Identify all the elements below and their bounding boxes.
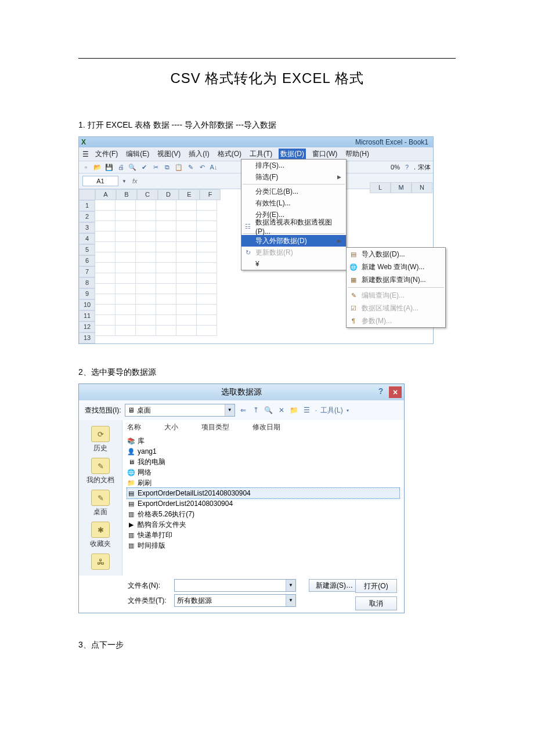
zoom-value[interactable]: 0%: [391, 164, 400, 171]
filetype-combo[interactable]: 所有数据源 ▼: [174, 594, 296, 607]
cell[interactable]: [176, 263, 197, 273]
paste-icon[interactable]: 📋: [174, 162, 183, 172]
row-header[interactable]: 9: [79, 288, 95, 299]
menu-item[interactable]: 排序(S)...: [241, 160, 346, 171]
cancel-button[interactable]: 取消: [355, 596, 397, 610]
preview-icon[interactable]: 🔍: [128, 162, 137, 172]
cell[interactable]: [136, 263, 156, 273]
column-header[interactable]: M: [391, 182, 412, 193]
row-header[interactable]: 12: [79, 321, 95, 332]
menu-item[interactable]: 导入外部数据(D)▶: [241, 235, 346, 247]
cell[interactable]: [176, 273, 197, 284]
file-item[interactable]: ▥时间排版: [127, 540, 399, 551]
cell[interactable]: [95, 315, 116, 325]
column-header[interactable]: 修改日期: [252, 422, 280, 432]
up-icon[interactable]: ⤒: [251, 406, 261, 414]
cell[interactable]: [156, 263, 176, 273]
row-header[interactable]: 8: [79, 277, 95, 288]
tools-menu[interactable]: 工具(L): [320, 406, 343, 415]
menu-item[interactable]: 筛选(F)▶: [241, 171, 346, 183]
file-item[interactable]: ▥价格表5.26执行(7): [127, 509, 399, 519]
cell[interactable]: [116, 211, 136, 221]
namebox-dropdown-icon[interactable]: ▼: [122, 179, 127, 184]
submenu-item[interactable]: 🌐新建 Web 查询(W)...: [347, 261, 445, 273]
print-icon[interactable]: 🖨: [116, 162, 125, 172]
file-item[interactable]: 📁刷刷: [127, 478, 399, 488]
cell[interactable]: [156, 211, 176, 221]
cell[interactable]: [116, 231, 136, 242]
cell[interactable]: [136, 325, 156, 336]
cell[interactable]: [95, 200, 116, 211]
row-header[interactable]: 6: [79, 255, 95, 266]
copy-icon[interactable]: ⧉: [163, 162, 172, 172]
new-source-button[interactable]: 新建源(S)…: [309, 579, 360, 592]
cell[interactable]: [197, 231, 217, 242]
row-header[interactable]: 13: [79, 332, 95, 343]
row-header[interactable]: 11: [79, 310, 95, 321]
cell[interactable]: [95, 273, 116, 284]
cell[interactable]: [197, 273, 217, 284]
menu-item[interactable]: 数据(D): [279, 149, 306, 160]
cell[interactable]: [95, 231, 116, 242]
spell-icon[interactable]: ✔: [139, 162, 149, 172]
row-header[interactable]: 10: [79, 299, 95, 310]
views-icon[interactable]: ☰: [302, 406, 312, 414]
cell[interactable]: [156, 273, 176, 284]
cell[interactable]: [116, 305, 136, 315]
column-header[interactable]: C: [137, 189, 158, 200]
cell[interactable]: [176, 221, 197, 231]
delete-icon[interactable]: ✕: [277, 406, 286, 414]
cell[interactable]: [116, 294, 136, 305]
column-header[interactable]: F: [200, 189, 221, 200]
cell[interactable]: [95, 294, 116, 305]
new-icon[interactable]: ▫: [81, 162, 91, 172]
format-painter-icon[interactable]: ✎: [186, 162, 195, 172]
cell[interactable]: [116, 200, 136, 211]
cell[interactable]: [136, 273, 156, 284]
cell[interactable]: [197, 263, 217, 273]
cell[interactable]: [116, 221, 136, 231]
file-item[interactable]: 👤yang1: [127, 446, 399, 457]
fx-label[interactable]: fx: [129, 178, 141, 185]
column-header[interactable]: B: [116, 189, 137, 200]
column-header[interactable]: L: [370, 182, 391, 193]
cell[interactable]: [156, 305, 176, 315]
cell[interactable]: [197, 315, 217, 325]
file-list[interactable]: 名称大小项目类型修改日期 📚库👤yang1🖥我的电脑🌐网络📁刷刷▤ExportO…: [122, 420, 404, 576]
cell[interactable]: [176, 231, 197, 242]
chevron-down-icon[interactable]: ▼: [286, 595, 295, 606]
cell[interactable]: [156, 231, 176, 242]
file-item[interactable]: 🌐网络: [127, 467, 399, 478]
cell[interactable]: [95, 284, 116, 294]
cell[interactable]: [95, 242, 116, 252]
cell[interactable]: [156, 284, 176, 294]
menu-item[interactable]: 文件(F): [93, 149, 120, 160]
cell[interactable]: [156, 294, 176, 305]
cell[interactable]: [176, 242, 197, 252]
chevron-down-icon[interactable]: ▼: [225, 404, 234, 416]
font-name[interactable]: 宋体: [418, 163, 431, 172]
cell[interactable]: [116, 242, 136, 252]
cell[interactable]: [197, 325, 217, 336]
cell[interactable]: [197, 252, 217, 263]
cell[interactable]: [116, 273, 136, 284]
menu-item[interactable]: 分类汇总(B)...: [241, 186, 346, 197]
cell[interactable]: [197, 211, 217, 221]
row-header[interactable]: 5: [79, 244, 95, 255]
file-item[interactable]: ▤ExportOrderList201408030904: [127, 498, 399, 509]
menu-item[interactable]: ¥: [241, 258, 346, 270]
cell[interactable]: [95, 305, 116, 315]
menu-item[interactable]: 工具(T): [248, 149, 274, 160]
cell[interactable]: [197, 284, 217, 294]
cell[interactable]: [156, 242, 176, 252]
cell[interactable]: [116, 284, 136, 294]
column-header[interactable]: E: [179, 189, 200, 200]
column-header[interactable]: N: [412, 182, 432, 193]
help-icon[interactable]: ?: [402, 162, 412, 172]
cell[interactable]: [197, 305, 217, 315]
select-all-corner[interactable]: [79, 189, 95, 200]
cell[interactable]: [95, 325, 116, 336]
cell[interactable]: [136, 305, 156, 315]
file-item[interactable]: 📚库: [127, 436, 399, 446]
cell[interactable]: [136, 315, 156, 325]
